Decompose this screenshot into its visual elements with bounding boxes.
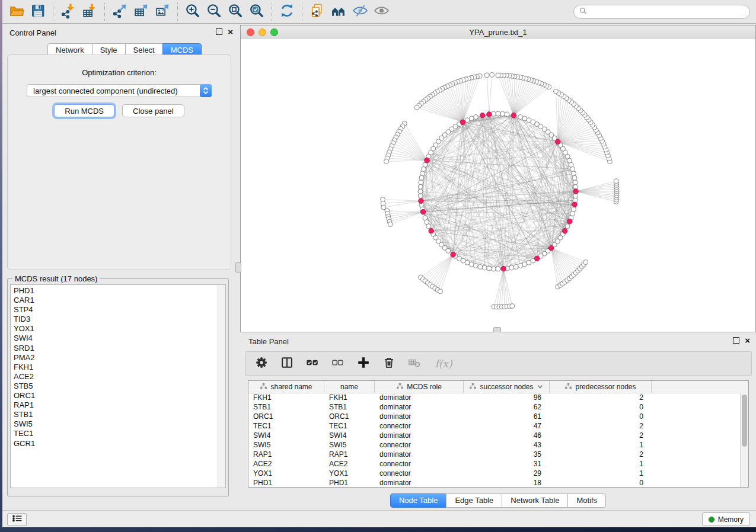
automation-panel-button[interactable]	[7, 513, 27, 526]
mcds-result-item[interactable]: SRD1	[14, 344, 218, 353]
cell: ORC1	[324, 412, 375, 421]
deselect-all-icon	[331, 355, 345, 371]
cell: TEC1	[324, 422, 375, 430]
optimization-select-value: largest connected component (undirected)	[27, 86, 200, 95]
column-header-predecessor-nodes[interactable]: predecessor nodes	[550, 381, 652, 393]
export-network-button[interactable]	[109, 2, 130, 22]
mcds-result-item[interactable]: TEC1	[14, 429, 218, 438]
import-table-button[interactable]	[79, 2, 100, 22]
run-mcds-button[interactable]: Run MCDS	[54, 104, 114, 117]
mcds-result-item[interactable]: STB5	[14, 382, 218, 391]
table-scrollbar[interactable]	[740, 393, 748, 487]
list-icon	[12, 514, 23, 525]
optimization-select[interactable]: largest connected component (undirected)	[27, 84, 212, 97]
table-toolbar: f(x)	[245, 351, 752, 376]
hide-selected-button[interactable]	[349, 2, 371, 22]
import-network-button[interactable]	[58, 2, 79, 22]
mcds-result-item[interactable]: GCR1	[14, 439, 218, 448]
table-row[interactable]: FKH1FKH1dominator962	[248, 393, 741, 402]
mcds-result-item[interactable]: STP4	[14, 305, 218, 315]
column-header-name[interactable]: name	[324, 381, 375, 393]
cell: STB1	[248, 403, 324, 411]
search-input[interactable]	[590, 7, 744, 17]
deselect-all-button[interactable]	[329, 355, 347, 373]
splitter-handle-vertical[interactable]	[235, 262, 241, 273]
add-row-button[interactable]	[355, 355, 372, 373]
zoom-fit-button[interactable]	[225, 2, 246, 22]
delete-row-button[interactable]	[380, 355, 398, 373]
float-panel-icon[interactable]	[216, 28, 222, 35]
column-header-shared-name[interactable]: shared name	[248, 381, 324, 393]
mcds-result-item[interactable]: CAR1	[14, 296, 218, 305]
cell: 2	[550, 450, 652, 459]
export-table-button[interactable]	[130, 2, 152, 22]
cell: connector	[375, 460, 464, 468]
table-scrollbar-thumb[interactable]	[742, 395, 747, 447]
cell: 46	[464, 431, 550, 440]
network-canvas[interactable]	[241, 39, 755, 332]
mcds-result-item[interactable]: ACE2	[14, 372, 218, 382]
mcds-result-list[interactable]: PHD1CAR1STP4TID3YOX1SWI4SRD1PMA2FKH1ACE2…	[11, 285, 218, 488]
mcds-list-scrollbar[interactable]	[218, 285, 225, 488]
search-icon	[579, 7, 587, 17]
close-panel-icon[interactable]: ×	[228, 28, 233, 35]
tab-motifs[interactable]: Motifs	[567, 493, 606, 508]
zoom-in-button[interactable]	[182, 2, 203, 22]
mcds-result-item[interactable]: FKH1	[14, 363, 218, 372]
cell: dominator	[375, 393, 464, 402]
first-neighbors-button[interactable]	[328, 2, 349, 22]
select-all-button[interactable]	[304, 355, 321, 373]
column-header-successor-nodes[interactable]: successor nodes	[464, 381, 550, 393]
columns-button[interactable]	[278, 355, 296, 373]
export-image-button[interactable]	[152, 2, 173, 22]
open-session-button[interactable]	[6, 2, 27, 22]
cell: 31	[464, 460, 550, 468]
table-row[interactable]: YOX1YOX1connector291	[248, 469, 741, 478]
mcds-result-item[interactable]: PMA2	[14, 353, 218, 363]
zoom-selected-button[interactable]	[246, 2, 267, 22]
mcds-result-item[interactable]: SWI5	[14, 419, 218, 429]
toolbar-separator	[272, 3, 272, 21]
memory-button[interactable]: Memory	[702, 512, 750, 526]
table-row[interactable]: STB1STB1dominator620	[248, 402, 741, 412]
mcds-result-item[interactable]: YOX1	[14, 324, 218, 334]
table-row[interactable]: ACE2ACE2connector311	[248, 459, 741, 469]
mcds-result-item[interactable]: STB1	[14, 410, 218, 419]
mcds-result-item[interactable]: SWI4	[14, 334, 218, 343]
tab-node-table[interactable]: Node Table	[390, 493, 447, 508]
table-panel: Table Panel × f(x) shared namenameMCDS r…	[240, 332, 756, 511]
column-header-MCDS-role[interactable]: MCDS role	[375, 381, 464, 393]
export-table-icon	[133, 3, 149, 21]
attribute-icon	[396, 382, 404, 392]
mcds-result-item[interactable]: TID3	[14, 315, 218, 324]
cell: 0	[550, 479, 652, 487]
zoom-out-button[interactable]	[203, 2, 225, 22]
table-row[interactable]: ORC1ORC1dominator610	[248, 412, 741, 421]
mcds-result-item[interactable]: PHD1	[14, 286, 218, 296]
save-session-button[interactable]	[27, 2, 49, 22]
cell: FKH1	[324, 393, 375, 402]
settings-button[interactable]	[253, 355, 270, 373]
clone-network-button[interactable]	[307, 2, 328, 22]
table-row[interactable]: SWI5SWI5connector431	[248, 440, 741, 450]
cell: 47	[464, 422, 550, 430]
close-panel-button[interactable]: Close panel	[122, 104, 184, 117]
table-row[interactable]: PHD1PHD1dominator180	[248, 478, 741, 488]
tab-edge-table[interactable]: Edge Table	[446, 493, 502, 508]
mcds-result-title: MCDS result (17 nodes)	[12, 274, 100, 283]
table-row[interactable]: RAP1RAP1dominator352	[248, 450, 741, 459]
attribute-icon	[260, 382, 267, 392]
mcds-result-item[interactable]: RAP1	[14, 400, 218, 410]
show-all-button[interactable]	[371, 2, 392, 22]
refresh-button[interactable]	[276, 2, 298, 22]
tab-network-table[interactable]: Network Table	[502, 493, 568, 508]
table-row[interactable]: TEC1TEC1connector472	[248, 421, 741, 431]
toolbar-separator	[177, 3, 178, 21]
table-row[interactable]: SWI4SWI4dominator462	[248, 431, 741, 440]
close-table-panel-icon[interactable]: ×	[745, 337, 750, 344]
mcds-result-item[interactable]: ORC1	[14, 391, 218, 400]
cell: SWI5	[324, 441, 375, 449]
float-table-panel-icon[interactable]	[733, 337, 739, 344]
cell: 29	[464, 469, 550, 477]
cell: connector	[375, 441, 464, 449]
